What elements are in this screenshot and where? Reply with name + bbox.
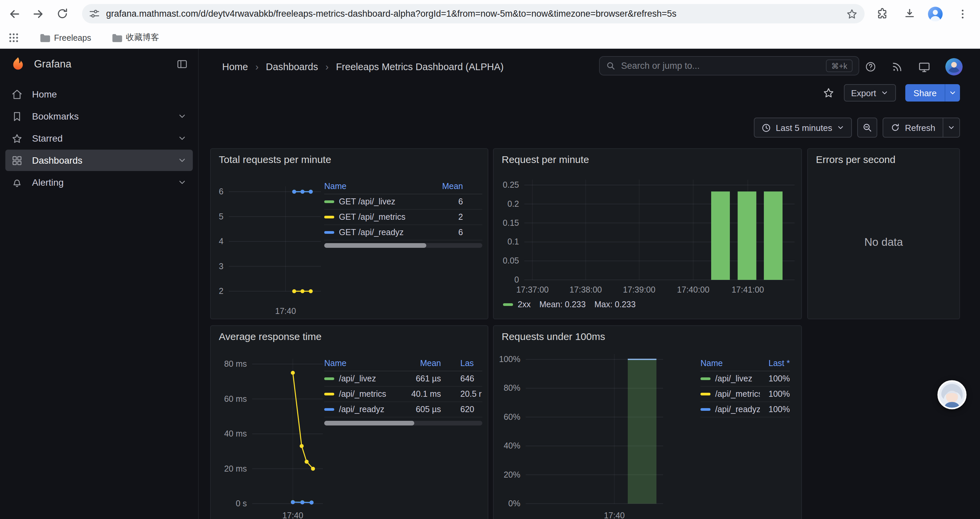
svg-text:80 ms: 80 ms [224, 359, 247, 368]
column-header-last[interactable]: Last * [760, 358, 790, 368]
apps-grid-icon[interactable] [8, 32, 19, 43]
sidebar-item-alerting[interactable]: Alerting [5, 172, 193, 193]
help-icon[interactable] [865, 61, 877, 73]
series-color-dash [700, 393, 711, 395]
export-button[interactable]: Export [843, 84, 896, 102]
chevron-down-icon[interactable] [177, 178, 187, 187]
dashboards-grid-icon [11, 155, 23, 166]
header-icons [865, 55, 963, 79]
panel-title[interactable]: Requests under 100ms [502, 331, 605, 342]
svg-text:0: 0 [514, 275, 519, 284]
bookmark-label: Freeleaps [54, 33, 91, 42]
series-color-dash [324, 231, 334, 234]
news-rss-icon[interactable] [891, 61, 903, 73]
horizontal-scrollbar[interactable] [324, 243, 482, 248]
refresh-label: Refresh [905, 123, 935, 133]
series-last: 100% [760, 390, 790, 399]
table-row[interactable]: /api/_readyz 100% [700, 402, 790, 417]
url-text[interactable]: grafana.mathmast.com/d/deytv4rwavabkb/fr… [106, 9, 841, 19]
breadcrumb-dashboards[interactable]: Dashboards [266, 61, 318, 72]
svg-text:40%: 40% [504, 441, 520, 450]
panel-title[interactable]: Average response time [219, 331, 321, 342]
table-row[interactable]: GET /api/_metrics 2 [324, 210, 482, 225]
browser-menu-icon[interactable] [953, 4, 972, 23]
chevron-down-icon[interactable] [177, 134, 187, 143]
series-color-dash [324, 393, 334, 395]
panel-requests-under-100ms: Requests under 100ms 100%80%60%40%20%0%1… [493, 325, 802, 519]
share-label[interactable]: Share [905, 84, 945, 102]
breadcrumb-separator: › [325, 61, 329, 72]
table-row[interactable]: /api/_readyz 605 µs 620 [324, 402, 482, 417]
bookmark-label: 收藏博客 [126, 32, 159, 43]
column-header-last[interactable]: Las [441, 358, 482, 368]
column-header-mean[interactable]: Mean [438, 181, 463, 191]
horizontal-scrollbar[interactable] [324, 421, 482, 425]
panel-title[interactable]: Total requests per minute [219, 153, 331, 165]
breadcrumb: Home › Dashboards › Freeleaps Metrics Da… [222, 53, 504, 80]
download-icon[interactable] [900, 4, 919, 23]
chevron-down-icon[interactable] [177, 156, 187, 165]
column-header-name[interactable]: Name [700, 358, 760, 368]
profile-avatar[interactable] [925, 4, 945, 23]
sidebar-item-label: Dashboards [32, 155, 177, 166]
panel-title[interactable]: Errors per second [816, 153, 895, 165]
breadcrumb-current: Freeleaps Metrics Dashboard (ALPHA) [336, 61, 504, 72]
column-header-name[interactable]: Name [324, 181, 438, 191]
legend-item-2xx[interactable]: 2xx [503, 300, 531, 309]
sidebar-item-starred[interactable]: Starred [5, 128, 193, 149]
refresh-button[interactable]: Refresh [883, 118, 960, 137]
bookmark-folder-freeleaps[interactable]: Freeleaps [39, 33, 91, 42]
reload-icon[interactable] [53, 4, 72, 23]
user-avatar[interactable] [945, 58, 963, 75]
bar-chart[interactable]: 0.250.20.150.10.05017:37:0017:38:0017:39… [494, 149, 802, 319]
scrollbar-thumb[interactable] [324, 421, 414, 425]
svg-text:17:40: 17:40 [275, 306, 296, 316]
zoom-out-button[interactable] [858, 118, 878, 137]
svg-text:3: 3 [219, 262, 223, 271]
table-row[interactable]: /api/_livez 100% [700, 371, 790, 387]
bookmark-folder-blog[interactable]: 收藏博客 [111, 32, 159, 43]
time-range-picker[interactable]: Last 5 minutes [754, 118, 852, 137]
search-bar[interactable]: ⌘+k [599, 56, 859, 75]
search-input[interactable] [621, 61, 826, 71]
series-name: /api/_metrics [715, 390, 760, 399]
panel-title[interactable]: Request per minute [502, 153, 589, 165]
svg-text:17:39:00: 17:39:00 [623, 285, 655, 294]
dock-menu-icon[interactable] [176, 58, 188, 70]
column-header-name[interactable]: Name [324, 358, 403, 368]
forward-icon[interactable] [28, 4, 48, 23]
sidebar-item-bookmarks[interactable]: Bookmarks [5, 105, 193, 127]
bar-chart[interactable]: 100%80%60%40%20%0%17:40 [494, 326, 802, 519]
chevron-down-icon [837, 124, 845, 132]
favorite-star-icon[interactable] [822, 87, 834, 99]
svg-text:17:37:00: 17:37:00 [516, 285, 549, 294]
table-row[interactable]: GET /api/_readyz 6 [324, 225, 482, 241]
table-row[interactable]: /api/_metrics 100% [700, 387, 790, 402]
table-row[interactable]: /api/_metrics 40.1 ms 20.5 r [324, 387, 482, 402]
series-color-dash [700, 377, 711, 380]
column-header-mean[interactable]: Mean [403, 358, 441, 368]
chevron-down-icon[interactable] [177, 112, 187, 121]
svg-text:80%: 80% [504, 383, 520, 393]
scrollbar-thumb[interactable] [324, 243, 426, 248]
omnibox[interactable]: grafana.mathmast.com/d/deytv4rwavabkb/fr… [82, 4, 865, 23]
back-icon[interactable] [5, 4, 24, 23]
bookmark-star-icon[interactable] [846, 8, 858, 20]
kiosk-monitor-icon[interactable] [918, 61, 931, 73]
share-button[interactable]: Share [905, 84, 960, 102]
sidebar: Grafana Home Bookmarks Starred [0, 49, 199, 519]
refresh-main[interactable]: Refresh [884, 118, 943, 137]
sidebar-item-home[interactable]: Home [5, 83, 193, 105]
sidebar-item-dashboards[interactable]: Dashboards [5, 150, 193, 171]
extensions-icon[interactable] [873, 4, 892, 23]
table-row[interactable]: GET /api/_livez 6 [324, 194, 482, 210]
share-dropdown[interactable] [945, 84, 960, 102]
chevron-down-icon [949, 89, 957, 97]
table-row[interactable]: /api/_livez 661 µs 646 [324, 371, 482, 387]
dashboard-main: Home › Dashboards › Freeleaps Metrics Da… [199, 49, 980, 519]
bookmarks-bar: Freeleaps 收藏博客 [0, 27, 980, 49]
floating-assistant-avatar[interactable] [937, 380, 967, 409]
breadcrumb-home[interactable]: Home [222, 61, 248, 72]
site-settings-icon[interactable] [89, 8, 100, 19]
refresh-interval-dropdown[interactable] [943, 118, 959, 137]
